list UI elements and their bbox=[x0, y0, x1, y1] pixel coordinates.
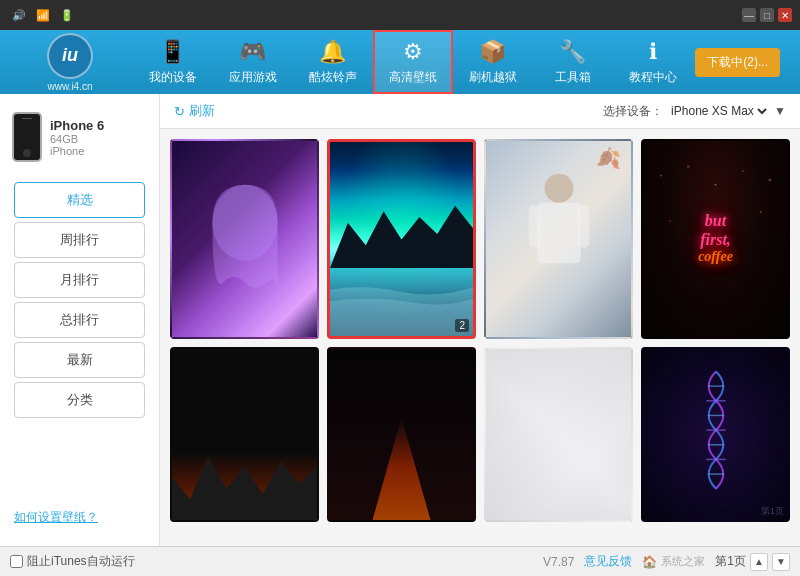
svg-point-12 bbox=[760, 211, 762, 213]
device-selector-label: 选择设备： bbox=[603, 103, 663, 120]
wallpaper-item-7[interactable] bbox=[484, 347, 633, 522]
svg-point-9 bbox=[742, 170, 744, 172]
nav-bar: iu www.i4.cn 📱 我的设备 🎮 应用游戏 🔔 酷炫铃声 ⚙ 高清壁纸… bbox=[0, 30, 800, 94]
nav-tutorial[interactable]: ℹ 教程中心 bbox=[613, 30, 693, 94]
status-right: V7.87 意见反馈 🏠 系统之家 第1页 ▲ ▼ bbox=[543, 553, 790, 571]
nav-wallpapers-label: 高清壁纸 bbox=[389, 69, 437, 86]
wallpaper-item-3[interactable]: 🍂 bbox=[484, 139, 633, 339]
tools-icon: 🔧 bbox=[559, 39, 586, 65]
svg-point-11 bbox=[669, 220, 671, 222]
device-storage: 64GB bbox=[50, 133, 147, 145]
battery-icon: 🔋 bbox=[56, 7, 78, 24]
apps-games-icon: 🎮 bbox=[239, 39, 266, 65]
nav-jailbreak-label: 刷机越狱 bbox=[469, 69, 517, 86]
brand-label: 系统之家 bbox=[661, 554, 705, 569]
download-button[interactable]: 下载中(2)... bbox=[695, 48, 780, 77]
wallpaper-item-6[interactable] bbox=[327, 347, 476, 522]
nav-my-device-label: 我的设备 bbox=[149, 69, 197, 86]
svg-point-2 bbox=[544, 174, 573, 203]
page-label: 第1页 bbox=[715, 553, 746, 570]
page-indicator: 第1页 ▲ ▼ bbox=[715, 553, 790, 571]
wallpaper-item-2[interactable]: 2 bbox=[327, 139, 476, 339]
content-area: ↻ 刷新 选择设备： iPhone XS Max ▼ bbox=[160, 94, 800, 546]
sound-icon: 🔊 bbox=[8, 7, 30, 24]
svg-marker-13 bbox=[172, 456, 317, 520]
maximize-button[interactable]: □ bbox=[760, 8, 774, 22]
device-name: iPhone 6 bbox=[50, 118, 147, 133]
device-select[interactable]: iPhone XS Max bbox=[667, 103, 770, 119]
content-toolbar: ↻ 刷新 选择设备： iPhone XS Max ▼ bbox=[160, 94, 800, 129]
sidebar: iPhone 6 64GB iPhone 精选 周排行 月排行 总排行 最新 分… bbox=[0, 94, 160, 546]
svg-point-10 bbox=[769, 179, 772, 182]
ringtones-icon: 🔔 bbox=[319, 39, 346, 65]
svg-rect-3 bbox=[537, 203, 581, 263]
brand-icon: 🏠 bbox=[642, 555, 657, 569]
status-left: 阻止iTunes自动运行 bbox=[10, 553, 135, 570]
nav-my-device[interactable]: 📱 我的设备 bbox=[133, 30, 213, 94]
version-label: V7.87 bbox=[543, 555, 574, 569]
svg-point-8 bbox=[715, 184, 717, 186]
wallpaper-item-1[interactable] bbox=[170, 139, 319, 339]
nav-items: 📱 我的设备 🎮 应用游戏 🔔 酷炫铃声 ⚙ 高清壁纸 📦 刷机越狱 🔧 工具箱 bbox=[130, 30, 695, 94]
sidebar-item-total[interactable]: 总排行 bbox=[14, 302, 145, 338]
sidebar-item-latest[interactable]: 最新 bbox=[14, 342, 145, 378]
page-up-button[interactable]: ▲ bbox=[750, 553, 768, 571]
nav-tools-label: 工具箱 bbox=[555, 69, 591, 86]
nav-ringtones-label: 酷炫铃声 bbox=[309, 69, 357, 86]
wp2-badge: 2 bbox=[455, 319, 469, 332]
svg-point-7 bbox=[687, 165, 690, 168]
refresh-label: 刷新 bbox=[189, 102, 215, 120]
logo-subtitle: www.i4.cn bbox=[47, 81, 92, 92]
page-down-button[interactable]: ▼ bbox=[772, 553, 790, 571]
itunes-label: 阻止iTunes自动运行 bbox=[27, 553, 135, 570]
wallpaper-help-link[interactable]: 如何设置壁纸？ bbox=[14, 510, 98, 524]
tutorial-icon: ℹ bbox=[649, 39, 657, 65]
title-bar: 🔊 📶 🔋 — □ ✕ bbox=[0, 0, 800, 30]
nav-wallpapers[interactable]: ⚙ 高清壁纸 bbox=[373, 30, 453, 94]
sidebar-menu: 精选 周排行 月排行 总排行 最新 分类 bbox=[0, 178, 159, 497]
refresh-button[interactable]: ↻ 刷新 bbox=[174, 102, 215, 120]
close-button[interactable]: ✕ bbox=[778, 8, 792, 22]
device-details: iPhone 6 64GB iPhone bbox=[50, 118, 147, 157]
sidebar-item-featured[interactable]: 精选 bbox=[14, 182, 145, 218]
chevron-down-icon: ▼ bbox=[774, 104, 786, 118]
wallpaper-item-8[interactable]: 第1页 bbox=[641, 347, 790, 522]
window-controls: — □ ✕ bbox=[742, 8, 792, 22]
nav-tools[interactable]: 🔧 工具箱 bbox=[533, 30, 613, 94]
minimize-button[interactable]: — bbox=[742, 8, 756, 22]
status-bar: 阻止iTunes自动运行 V7.87 意见反馈 🏠 系统之家 第1页 ▲ ▼ bbox=[0, 546, 800, 576]
device-selector: 选择设备： iPhone XS Max ▼ bbox=[603, 103, 786, 120]
my-device-icon: 📱 bbox=[159, 39, 186, 65]
svg-marker-1 bbox=[330, 206, 473, 268]
logo-icon: iu bbox=[47, 33, 93, 79]
wallpaper-grid: 2 🍂 bbox=[160, 129, 800, 546]
svg-rect-4 bbox=[528, 205, 540, 247]
sidebar-item-category[interactable]: 分类 bbox=[14, 382, 145, 418]
brand-area: 🏠 系统之家 bbox=[642, 554, 705, 569]
wallpaper-item-5[interactable] bbox=[170, 347, 319, 522]
nav-apps-games-label: 应用游戏 bbox=[229, 69, 277, 86]
svg-rect-5 bbox=[577, 205, 589, 247]
nav-apps-games[interactable]: 🎮 应用游戏 bbox=[213, 30, 293, 94]
device-info: iPhone 6 64GB iPhone bbox=[0, 104, 159, 170]
nav-jailbreak[interactable]: 📦 刷机越狱 bbox=[453, 30, 533, 94]
network-icon: 📶 bbox=[32, 7, 54, 24]
feedback-button[interactable]: 意见反馈 bbox=[584, 553, 632, 570]
sidebar-item-monthly[interactable]: 月排行 bbox=[14, 262, 145, 298]
device-type: iPhone bbox=[50, 145, 147, 157]
nav-tutorial-label: 教程中心 bbox=[629, 69, 677, 86]
main-layout: iPhone 6 64GB iPhone 精选 周排行 月排行 总排行 最新 分… bbox=[0, 94, 800, 546]
sidebar-item-weekly[interactable]: 周排行 bbox=[14, 222, 145, 258]
refresh-icon: ↻ bbox=[174, 104, 185, 119]
sidebar-footer: 如何设置壁纸？ bbox=[0, 497, 159, 536]
device-icon bbox=[12, 112, 42, 162]
nav-ringtones[interactable]: 🔔 酷炫铃声 bbox=[293, 30, 373, 94]
svg-point-6 bbox=[660, 175, 662, 177]
itunes-checkbox[interactable] bbox=[10, 555, 23, 568]
logo-area: iu www.i4.cn bbox=[10, 33, 130, 92]
jailbreak-icon: 📦 bbox=[479, 39, 506, 65]
wallpapers-icon: ⚙ bbox=[403, 39, 423, 65]
system-icons: 🔊 📶 🔋 bbox=[8, 7, 78, 24]
wallpaper-item-4[interactable]: but first, coffee bbox=[641, 139, 790, 339]
